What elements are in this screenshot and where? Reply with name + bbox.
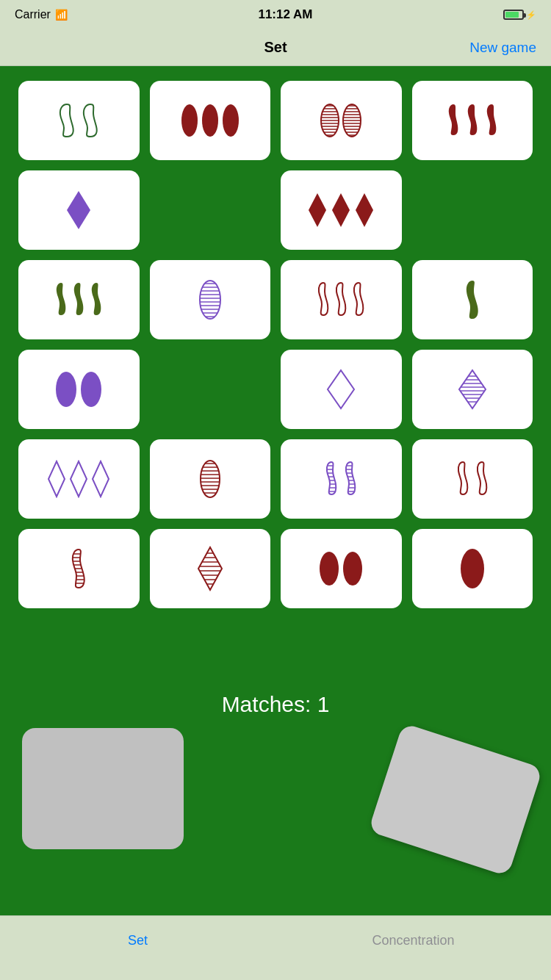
dealt-card: [368, 723, 543, 876]
card-7[interactable]: [281, 170, 402, 250]
navigation-bar: Set New game: [0, 29, 551, 66]
game-area: Matches: 1: [0, 66, 551, 915]
card-16[interactable]: [412, 350, 533, 429]
svg-point-1: [202, 104, 218, 137]
tab-set[interactable]: Set: [0, 933, 276, 963]
deck-pile[interactable]: [22, 728, 184, 849]
card-1[interactable]: [18, 81, 140, 160]
svg-marker-30: [309, 193, 326, 227]
card-13[interactable]: [18, 350, 140, 429]
tab-bar: Set Concentration: [0, 915, 551, 980]
card-18[interactable]: [150, 439, 271, 519]
tab-concentration[interactable]: Concentration: [276, 933, 551, 963]
svg-point-46: [81, 372, 101, 407]
card-22[interactable]: [150, 529, 271, 608]
status-bar: Carrier 📶 11:12 AM ⚡: [0, 0, 551, 29]
card-20[interactable]: [412, 439, 533, 519]
svg-point-0: [181, 104, 198, 137]
card-4[interactable]: [412, 81, 533, 160]
new-game-button[interactable]: New game: [469, 40, 536, 56]
card-6-empty: [150, 170, 271, 250]
svg-marker-32: [356, 193, 373, 227]
matches-label: Matches: 1: [222, 692, 330, 717]
card-11[interactable]: [281, 260, 402, 339]
card-2[interactable]: [150, 81, 271, 160]
card-grid: [18, 73, 533, 616]
svg-point-108: [343, 552, 362, 586]
battery-fill: [505, 12, 519, 18]
nav-title: Set: [264, 39, 287, 56]
svg-marker-47: [328, 370, 354, 408]
card-5[interactable]: [18, 170, 140, 250]
card-23[interactable]: [281, 529, 402, 608]
card-9[interactable]: [18, 260, 140, 339]
battery-indicator: ⚡: [503, 10, 536, 20]
carrier-info: Carrier 📶: [15, 8, 68, 21]
card-19[interactable]: [281, 439, 402, 519]
svg-point-45: [56, 372, 76, 407]
carrier-label: Carrier: [15, 8, 51, 21]
svg-point-107: [320, 552, 339, 586]
svg-point-62: [201, 461, 220, 497]
svg-marker-60: [93, 461, 109, 497]
matches-area: Matches: 1: [0, 692, 551, 717]
card-14-empty: [150, 350, 271, 429]
svg-point-2: [223, 104, 239, 137]
card-21[interactable]: [18, 529, 140, 608]
card-15[interactable]: [281, 350, 402, 429]
card-12[interactable]: [412, 260, 533, 339]
card-10[interactable]: [150, 260, 271, 339]
svg-marker-59: [71, 461, 87, 497]
wifi-icon: 📶: [55, 9, 68, 21]
status-time: 11:12 AM: [258, 7, 312, 22]
card-8-empty: [412, 170, 533, 250]
card-24[interactable]: [412, 529, 533, 608]
charging-bolt: ⚡: [526, 10, 536, 20]
svg-marker-58: [48, 461, 65, 497]
svg-marker-31: [332, 193, 350, 227]
card-3[interactable]: [281, 81, 402, 160]
svg-point-109: [461, 549, 484, 588]
battery-bar: [503, 10, 524, 20]
card-17[interactable]: [18, 439, 140, 519]
svg-marker-29: [67, 191, 90, 229]
